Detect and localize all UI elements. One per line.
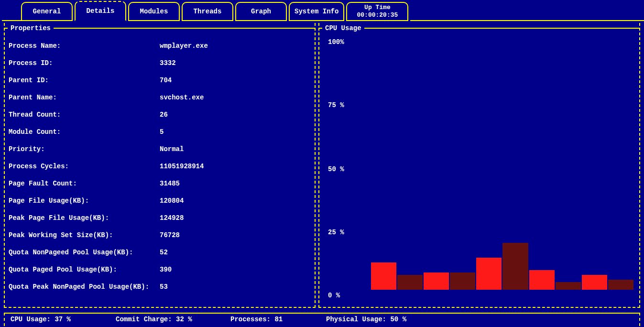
- uptime-label: Up Time: [364, 4, 391, 11]
- property-label: Quota Paged Pool Usage(KB):: [9, 266, 160, 273]
- cpu-plot: [371, 42, 633, 290]
- property-row: Parent Name:svchost.exe: [8, 94, 312, 111]
- cpu-bar: [450, 272, 475, 290]
- property-row: Quota Paged Pool Usage(KB):390: [8, 266, 312, 283]
- properties-title-row: Properties: [5, 23, 315, 33]
- property-value: 31485: [160, 180, 180, 187]
- tab-threads[interactable]: Threads: [182, 2, 233, 21]
- tab-tail-spacer: [410, 2, 644, 21]
- property-row: Process ID:3332: [8, 59, 312, 76]
- property-label: Thread Count:: [9, 111, 160, 119]
- property-label: Page Fault Count:: [9, 180, 160, 187]
- cpu-y-tick: 25 %: [328, 229, 344, 236]
- property-label: Page File Usage(KB):: [9, 197, 160, 205]
- cpu-y-tick: 0 %: [328, 292, 340, 299]
- properties-panel: Properties Process Name:wmplayer.exeProc…: [4, 23, 316, 308]
- property-row: Page File Usage(KB):120804: [8, 197, 312, 214]
- cpu-title: CPU Usage: [322, 24, 364, 32]
- cpu-bar: [476, 258, 502, 290]
- property-value: svchost.exe: [160, 94, 204, 101]
- status-processes: Processes: 81: [225, 316, 320, 323]
- property-value: 5: [160, 128, 164, 136]
- property-row: Peak Page File Usage(KB):124928: [8, 214, 312, 231]
- property-value: 52: [160, 249, 168, 256]
- status-bar: CPU Usage: 37 % Commit Charge: 32 % Proc…: [4, 313, 640, 326]
- cpu-bar: [371, 262, 396, 290]
- property-value: 704: [160, 76, 172, 84]
- tab-general[interactable]: General: [21, 2, 73, 21]
- uptime-display: Up Time 00:00:20:35: [346, 2, 408, 21]
- status-commit-charge: Commit Charge: 32 %: [110, 316, 225, 323]
- properties-list: Process Name:wmplayer.exeProcess ID:3332…: [5, 33, 315, 303]
- property-row: Priority:Normal: [8, 145, 312, 163]
- property-label: Peak Page File Usage(KB):: [9, 214, 160, 222]
- cpu-bar: [502, 243, 528, 290]
- uptime-value: 00:00:20:35: [357, 11, 398, 19]
- property-row: Module Count:5: [8, 128, 312, 145]
- cpu-y-tick: 50 %: [328, 165, 344, 173]
- property-value: 3332: [160, 59, 176, 67]
- property-row: Quota Peak NonPaged Pool Usage(KB):53: [8, 283, 312, 300]
- property-value: 390: [160, 266, 172, 273]
- property-value: 26: [160, 111, 168, 119]
- property-row: Peak Working Set Size(KB):76728: [8, 231, 312, 249]
- tab-graph[interactable]: Graph: [235, 2, 287, 21]
- property-row: Parent ID:704: [8, 76, 312, 94]
- property-row: Quota NonPageed Pool Usage(KB):52: [8, 249, 312, 266]
- property-row: Process Cycles:11051928914: [8, 163, 312, 180]
- cpu-title-row: CPU Usage: [319, 23, 639, 33]
- tab-lead-spacer: [2, 2, 21, 21]
- cpu-bar: [582, 275, 607, 290]
- property-value: 76728: [160, 231, 180, 239]
- cpu-bar: [397, 275, 423, 290]
- property-label: Quota Peak NonPaged Pool Usage(KB):: [9, 283, 160, 291]
- tab-bar: General Details Modules Threads Graph Sy…: [0, 0, 644, 21]
- cpu-chart-area: 100%75 %50 %25 %0 %: [319, 33, 639, 299]
- cpu-bar: [608, 280, 633, 290]
- property-label: Parent ID:: [9, 76, 160, 84]
- property-label: Process ID:: [9, 59, 160, 67]
- property-value: 124928: [160, 214, 184, 222]
- property-label: Peak Working Set Size(KB):: [9, 231, 160, 239]
- property-value: 53: [160, 283, 168, 291]
- tab-system-info[interactable]: System Info: [289, 2, 344, 21]
- cpu-bar: [556, 282, 581, 290]
- property-label: Quota NonPageed Pool Usage(KB):: [9, 249, 160, 256]
- property-value: Normal: [160, 145, 184, 153]
- property-value: wmplayer.exe: [160, 42, 208, 50]
- status-physical-usage: Physical Usage: 50 %: [320, 316, 639, 323]
- properties-title: Properties: [8, 24, 54, 32]
- property-label: Priority:: [9, 145, 160, 153]
- cpu-bar: [424, 272, 449, 290]
- property-row: Process Name:wmplayer.exe: [8, 42, 312, 59]
- property-label: Process Name:: [9, 42, 160, 50]
- property-label: Process Cycles:: [9, 163, 160, 170]
- property-row: Page Fault Count:31485: [8, 180, 312, 197]
- cpu-bars: [371, 42, 633, 290]
- property-label: Module Count:: [9, 128, 160, 136]
- cpu-y-tick: 100%: [328, 38, 344, 46]
- property-label: Parent Name:: [9, 94, 160, 101]
- property-value: 11051928914: [160, 163, 204, 170]
- cpu-usage-panel: CPU Usage 100%75 %50 %25 %0 %: [318, 23, 640, 308]
- cpu-bar: [529, 270, 555, 290]
- main-panels: Properties Process Name:wmplayer.exeProc…: [0, 21, 644, 308]
- property-row: Thread Count:26: [8, 111, 312, 128]
- property-value: 120804: [160, 197, 184, 205]
- tab-modules[interactable]: Modules: [128, 2, 180, 21]
- tab-details[interactable]: Details: [75, 1, 126, 21]
- cpu-y-tick: 75 %: [328, 101, 344, 109]
- status-cpu-usage: CPU Usage: 37 %: [5, 316, 110, 323]
